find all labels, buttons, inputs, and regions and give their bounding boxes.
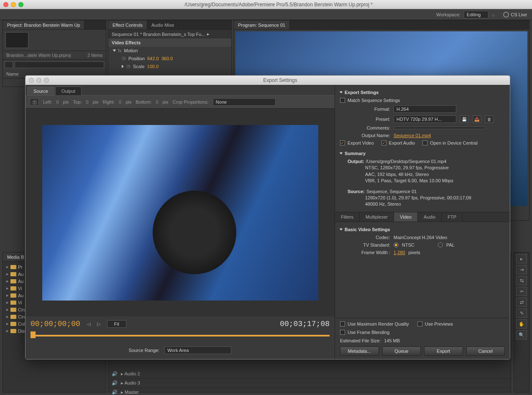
workspace-select[interactable]: Editing <box>464 11 489 18</box>
folder-icon <box>10 272 16 276</box>
close-icon[interactable] <box>29 78 34 83</box>
export-titlebar[interactable]: Export Settings <box>26 76 510 85</box>
export-preview-image[interactable] <box>42 125 318 301</box>
source-range-select[interactable]: Work Area <box>164 347 231 354</box>
project-item-count: 2 Items <box>87 53 102 58</box>
output-tab[interactable]: Output <box>55 87 82 95</box>
max-render-quality-checkbox[interactable] <box>340 321 345 326</box>
open-device-central-checkbox[interactable] <box>422 140 427 145</box>
timeline-track[interactable]: 🔊▸ Audio 2 <box>108 370 511 379</box>
multiplexer-subtab[interactable]: Multiplexer <box>360 212 394 222</box>
export-settings-pane: Export Settings Match Sequence Settings … <box>335 85 510 359</box>
crop-proportions-select[interactable]: None <box>213 98 276 106</box>
workspace-bar: Workspace: Editing ⌕ CS Live <box>0 9 532 20</box>
delete-preset-icon[interactable]: 🗑 <box>485 115 494 123</box>
project-thumbnail[interactable] <box>5 32 28 48</box>
save-preset-icon[interactable]: 💾 <box>460 115 469 123</box>
queue-button[interactable]: Queue <box>382 347 421 356</box>
timeline-track[interactable]: 🔊▸ Audio 3 <box>108 379 511 388</box>
output-name-link[interactable]: Sequence 01.mp4 <box>394 133 431 138</box>
export-button[interactable]: Export <box>424 347 463 356</box>
export-settings-header: Export Settings <box>345 90 379 95</box>
codec-value: MainConcept H.264 Video <box>394 235 447 240</box>
set-out-icon[interactable]: ▷ <box>97 321 100 327</box>
frame-width-value[interactable]: 1,280 <box>394 250 405 255</box>
position-x[interactable]: 642.0 <box>147 56 159 61</box>
document-title: /Users/greg/Documents/Adobe/Premiere Pro… <box>28 2 529 8</box>
program-tab[interactable]: Program: Sequence 01 <box>234 20 290 29</box>
stopwatch-icon[interactable]: ◷ <box>126 64 130 69</box>
export-video-checkbox[interactable] <box>340 140 345 145</box>
preset-select[interactable]: HDTV 720p 29.97 H... <box>394 115 456 123</box>
import-preset-icon[interactable]: 📥 <box>472 115 481 123</box>
folder-icon <box>10 329 16 333</box>
playhead-scrubber[interactable] <box>31 331 330 340</box>
search-icon[interactable] <box>5 61 13 68</box>
use-previews-checkbox[interactable] <box>417 321 422 326</box>
disclosure-icon[interactable] <box>340 153 343 155</box>
selection-tool-icon[interactable]: ▸ <box>516 254 527 263</box>
fit-select[interactable]: Fit <box>107 320 126 328</box>
search-icon[interactable]: ⌕ <box>492 12 495 17</box>
folder-icon <box>10 308 16 312</box>
disclosure-icon[interactable] <box>113 50 116 52</box>
metadata-button[interactable]: Metadata... <box>340 347 379 356</box>
scale-value[interactable]: 100.0 <box>147 64 159 69</box>
frame-blending-checkbox[interactable] <box>340 330 345 335</box>
filters-subtab[interactable]: Filters <box>335 212 360 222</box>
folder-icon <box>10 293 16 298</box>
disclosure-icon[interactable] <box>340 228 343 230</box>
workspace-label: Workspace: <box>436 12 460 17</box>
video-subtab[interactable]: Video <box>394 212 418 222</box>
tools-panel: ▸ ⇥ ⇆ ✂ ⇄ ✎ ✋ 🔍 <box>514 252 529 392</box>
speaker-icon[interactable]: 🔊 <box>112 390 118 395</box>
folder-icon <box>10 322 16 326</box>
source-tab[interactable]: Source <box>27 87 54 95</box>
pal-radio[interactable] <box>438 242 443 247</box>
speaker-icon[interactable]: 🔊 <box>112 380 118 386</box>
disclosure-icon[interactable] <box>122 65 124 68</box>
close-window-icon[interactable] <box>3 2 8 7</box>
estimated-size-label: Estimated File Size: <box>340 338 381 343</box>
speaker-icon[interactable]: 🔊 <box>112 371 118 377</box>
track-select-icon[interactable]: ⇥ <box>516 265 527 274</box>
project-tab[interactable]: Project: Brandon Berstein Warm Up <box>3 20 84 29</box>
in-timecode[interactable]: 00;00;00;00 <box>31 320 80 328</box>
razor-tool-icon[interactable]: ✂ <box>516 287 527 296</box>
zoom-window-icon[interactable] <box>18 2 23 7</box>
audio-subtab[interactable]: Audio <box>418 212 442 222</box>
motion-effect[interactable]: Motion <box>124 48 138 53</box>
disclosure-icon[interactable] <box>340 92 343 94</box>
export-audio-checkbox[interactable] <box>381 140 386 145</box>
position-label: Position <box>128 56 145 61</box>
filter-field[interactable] <box>15 61 104 68</box>
match-sequence-checkbox[interactable] <box>340 98 345 103</box>
export-settings-dialog: Export Settings Source Output ◫ Left:0pi… <box>25 75 510 359</box>
audio-mixer-tab[interactable]: Audio Mixe <box>147 20 179 29</box>
cancel-button[interactable]: Cancel <box>466 347 505 356</box>
crop-bar: ◫ Left:0pix Top:0pix Right:0pix Bottom:0… <box>26 95 335 109</box>
format-select[interactable]: H.264 <box>394 105 456 113</box>
set-in-icon[interactable]: ◁ <box>87 321 90 327</box>
ftp-subtab[interactable]: FTP <box>442 212 463 222</box>
slip-tool-icon[interactable]: ⇄ <box>516 298 527 307</box>
summary-output: Output:/Users/greg/Desktop/Sequence 01.m… <box>340 158 505 185</box>
hand-tool-icon[interactable]: ✋ <box>516 319 527 329</box>
zoom-icon <box>44 78 49 83</box>
position-y[interactable]: 360.0 <box>161 56 173 61</box>
timeline-track[interactable]: 🔊▸ Master <box>108 388 511 395</box>
ripple-edit-icon[interactable]: ⇆ <box>516 276 527 285</box>
zoom-tool-icon[interactable]: 🔍 <box>516 330 527 339</box>
estimated-size-value: 145 MB <box>384 338 400 343</box>
stopwatch-icon[interactable]: ◷ <box>122 56 126 61</box>
summary-source: Source:Sequence, Sequence 01 1280x720 (1… <box>340 188 505 209</box>
playhead-marker-icon[interactable] <box>31 331 36 338</box>
crop-icon[interactable]: ◫ <box>30 98 39 106</box>
comments-input[interactable] <box>394 127 486 129</box>
ntsc-radio[interactable] <box>394 242 399 247</box>
chevron-right-icon[interactable]: ▸ <box>207 31 210 37</box>
pen-tool-icon[interactable]: ✎ <box>516 308 527 318</box>
minimize-window-icon[interactable] <box>11 2 16 7</box>
effect-controls-tab[interactable]: Effect Controls <box>108 20 147 29</box>
cs-live-button[interactable]: CS Live <box>503 12 527 18</box>
